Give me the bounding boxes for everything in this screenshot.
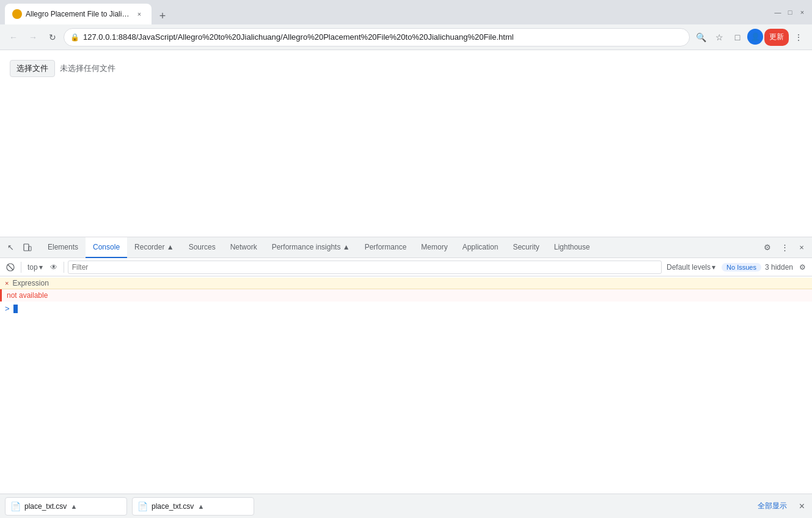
levels-chevron-icon: ▾ bbox=[712, 263, 715, 272]
devtools-tab-lighthouse[interactable]: Lighthouse bbox=[547, 237, 598, 258]
devtools-panel: ↖ ElementsConsoleRecorder ▲SourcesNetwor… bbox=[0, 237, 812, 494]
refresh-button[interactable]: ↻ bbox=[44, 29, 61, 46]
tab-bar: Allegro Placement File to Jialic... × + bbox=[5, 0, 766, 24]
svg-rect-0 bbox=[24, 244, 29, 251]
context-selector[interactable]: top ▾ bbox=[25, 261, 45, 274]
download-file-icon: 📄 bbox=[137, 501, 148, 511]
close-window-button[interactable]: × bbox=[797, 7, 807, 17]
devtools-settings-icon[interactable]: ⚙ bbox=[759, 240, 775, 256]
profile-button[interactable]: 👤 bbox=[747, 29, 763, 45]
filter-input[interactable] bbox=[72, 263, 657, 272]
expression-row: × Expression bbox=[0, 278, 812, 289]
forward-button[interactable]: → bbox=[24, 29, 42, 46]
devtools-tab-security[interactable]: Security bbox=[505, 237, 546, 258]
title-bar: Allegro Placement File to Jialic... × + … bbox=[0, 0, 812, 24]
back-button[interactable]: ← bbox=[5, 29, 22, 46]
default-levels-button[interactable]: Default levels ▾ bbox=[664, 261, 718, 274]
devtools-tab-application[interactable]: Application bbox=[455, 237, 506, 258]
status-bar-right: 全部显示 × bbox=[753, 498, 807, 514]
devtools-tab-recorder[interactable]: Recorder ▲ bbox=[127, 237, 181, 258]
minimize-button[interactable]: — bbox=[773, 7, 783, 17]
download-file-icon: 📄 bbox=[10, 501, 21, 511]
close-devtools-button[interactable]: × bbox=[794, 240, 810, 256]
filter-input-wrap bbox=[68, 261, 662, 274]
lock-icon: 🔒 bbox=[70, 33, 79, 42]
console-content: × Expression not available > bbox=[0, 276, 812, 494]
bookmark-button[interactable]: ☆ bbox=[711, 29, 728, 46]
eye-icon[interactable]: 👁 bbox=[48, 261, 60, 274]
devtools-tab-elements[interactable]: Elements bbox=[40, 237, 86, 258]
expression-label: Expression bbox=[12, 279, 48, 287]
file-label: 未选择任何文件 bbox=[60, 63, 115, 74]
svg-line-3 bbox=[8, 264, 13, 270]
devtools-tab-console[interactable]: Console bbox=[86, 237, 127, 258]
devtools-tab-sources[interactable]: Sources bbox=[181, 237, 223, 258]
devtools-tab-performance[interactable]: Performance bbox=[357, 237, 414, 258]
new-tab-button[interactable]: + bbox=[154, 7, 171, 24]
console-right-tools: Default levels ▾ No Issues 3 hidden ⚙ bbox=[664, 261, 808, 274]
context-chevron-icon: ▾ bbox=[39, 263, 43, 272]
close-downloads-button[interactable]: × bbox=[797, 498, 807, 514]
file-input-area: 选择文件 未选择任何文件 bbox=[10, 60, 802, 77]
levels-label: Default levels bbox=[667, 263, 711, 272]
choose-file-button[interactable]: 选择文件 bbox=[10, 60, 55, 77]
devtools-more-icon[interactable]: ⋮ bbox=[777, 240, 792, 256]
error-message: not available bbox=[7, 291, 48, 300]
console-prompt-icon: > bbox=[5, 304, 10, 313]
tab-favicon bbox=[12, 9, 22, 19]
console-input-row[interactable]: > bbox=[0, 302, 812, 316]
extensions-button[interactable]: □ bbox=[729, 29, 746, 46]
update-button[interactable]: 更新 bbox=[764, 29, 789, 46]
console-toolbar: top ▾ 👁 Default levels ▾ No Issues 3 hid… bbox=[0, 258, 812, 276]
download-chevron-icon[interactable]: ▲ bbox=[197, 503, 204, 510]
expression-clear-icon[interactable]: × bbox=[5, 279, 9, 287]
maximize-button[interactable]: □ bbox=[785, 7, 795, 17]
context-label: top bbox=[27, 263, 38, 272]
download-filename: place_txt.csv bbox=[24, 502, 67, 511]
devtools-tabs-bar: ↖ ElementsConsoleRecorder ▲SourcesNetwor… bbox=[0, 237, 812, 258]
download-chevron-icon[interactable]: ▲ bbox=[70, 503, 77, 510]
zoom-button[interactable]: 🔍 bbox=[692, 29, 709, 46]
status-bar: 📄 place_txt.csv ▲ 📄 place_txt.csv ▲ 全部显示… bbox=[0, 494, 812, 518]
console-divider-2 bbox=[64, 262, 64, 273]
devtools-tabs: ElementsConsoleRecorder ▲SourcesNetworkP… bbox=[40, 237, 759, 258]
console-error-row: not available bbox=[0, 289, 812, 302]
download-filename: place_txt.csv bbox=[152, 502, 194, 511]
devtools-tab-memory[interactable]: Memory bbox=[414, 237, 455, 258]
devtools-tab-network[interactable]: Network bbox=[223, 237, 265, 258]
window-controls: — □ × bbox=[773, 7, 807, 17]
no-issues-badge: No Issues bbox=[722, 263, 761, 272]
address-bar[interactable]: 🔒 127.0.0.1:8848/JavaScript/Allegro%20to… bbox=[64, 28, 690, 46]
navigation-bar: ← → ↻ 🔒 127.0.0.1:8848/JavaScript/Allegr… bbox=[0, 24, 812, 50]
console-cursor bbox=[13, 305, 18, 313]
devtools-left-icons: ↖ bbox=[2, 240, 35, 256]
console-divider-1 bbox=[21, 262, 21, 273]
clear-console-button[interactable] bbox=[4, 261, 17, 274]
page-content: 选择文件 未选择任何文件 bbox=[0, 50, 812, 237]
devtools-right-icons: ⚙ ⋮ × bbox=[759, 240, 810, 256]
device-toolbar-icon[interactable] bbox=[20, 240, 35, 256]
show-all-downloads-button[interactable]: 全部显示 bbox=[753, 498, 792, 514]
url-text: 127.0.0.1:8848/JavaScript/Allegro%20to%2… bbox=[83, 32, 683, 42]
chrome-menu-button[interactable]: ⋮ bbox=[790, 29, 807, 46]
tab-close-button[interactable]: × bbox=[134, 9, 144, 19]
console-settings-icon[interactable]: ⚙ bbox=[797, 261, 808, 274]
download-item-1[interactable]: 📄 place_txt.csv ▲ bbox=[132, 497, 254, 516]
browser-tab[interactable]: Allegro Placement File to Jialic... × bbox=[5, 4, 152, 24]
download-item-0[interactable]: 📄 place_txt.csv ▲ bbox=[5, 497, 127, 516]
inspect-element-icon[interactable]: ↖ bbox=[2, 240, 18, 256]
devtools-tab-performance-insights[interactable]: Performance insights ▲ bbox=[265, 237, 357, 258]
nav-actions: 🔍 ☆ □ 👤 更新 ⋮ bbox=[692, 29, 807, 46]
tab-title: Allegro Placement File to Jialic... bbox=[26, 10, 131, 18]
hidden-count: 3 hidden bbox=[765, 263, 793, 272]
